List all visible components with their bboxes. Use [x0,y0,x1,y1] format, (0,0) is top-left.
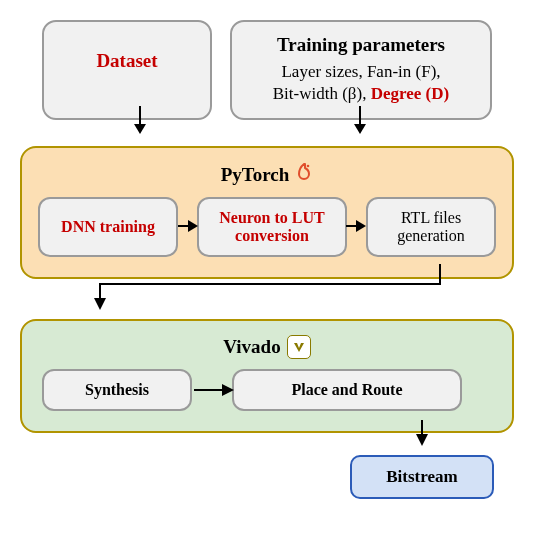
vivado-title: Vivado [223,336,280,358]
neuron-to-lut-box: Neuron to LUT conversion [197,197,347,257]
vivado-stage: Vivado Synthesis Place and Route [20,319,514,433]
arrow-syn-to-par [194,383,234,397]
vivado-icon [287,335,311,359]
dnn-training-box: DNN training [38,197,178,257]
place-and-route-box: Place and Route [232,369,462,411]
arrow-lut-to-rtl [346,219,366,233]
params-bitwidth: Bit-width (β), [273,84,371,103]
rtl-files-label: RTL files generation [378,209,484,245]
params-title: Training parameters [248,34,474,56]
synthesis-label: Synthesis [85,381,149,399]
svg-marker-9 [94,298,106,310]
arrow-dnn-to-lut [178,219,198,233]
svg-point-4 [307,165,310,168]
svg-marker-13 [416,434,428,446]
svg-marker-3 [354,124,366,134]
neuron-to-lut-label: Neuron to LUT conversion [209,209,335,245]
params-box: Training parameters Layer sizes, Fan-in … [230,20,492,120]
rtl-files-box: RTL files generation [366,197,496,257]
pytorch-inner-row: DNN training Neuron to LUT conversion RT… [38,197,496,257]
pytorch-stage: PyTorch DNN training Neuron to LUT conve… [20,146,514,279]
params-degree: Degree (D) [371,84,450,103]
synthesis-box: Synthesis [42,369,192,411]
place-and-route-label: Place and Route [291,381,402,399]
svg-marker-8 [356,220,366,232]
pytorch-title-row: PyTorch [38,162,496,187]
vivado-title-row: Vivado [38,335,496,359]
pytorch-title: PyTorch [221,164,290,186]
svg-marker-1 [134,124,146,134]
vivado-inner-row: Synthesis Place and Route [42,369,496,411]
params-line2: Bit-width (β), Degree (D) [248,84,474,104]
bitstream-box: Bitstream [350,455,494,499]
dataset-label: Dataset [96,50,157,71]
dataset-box: Dataset [42,20,212,120]
dnn-training-label: DNN training [61,218,155,236]
flow-diagram: Dataset Training parameters Layer sizes,… [20,20,514,499]
inputs-row: Dataset Training parameters Layer sizes,… [20,20,514,120]
pytorch-icon [295,163,313,188]
params-line1: Layer sizes, Fan-in (F), [248,62,474,82]
bitstream-label: Bitstream [386,467,457,486]
